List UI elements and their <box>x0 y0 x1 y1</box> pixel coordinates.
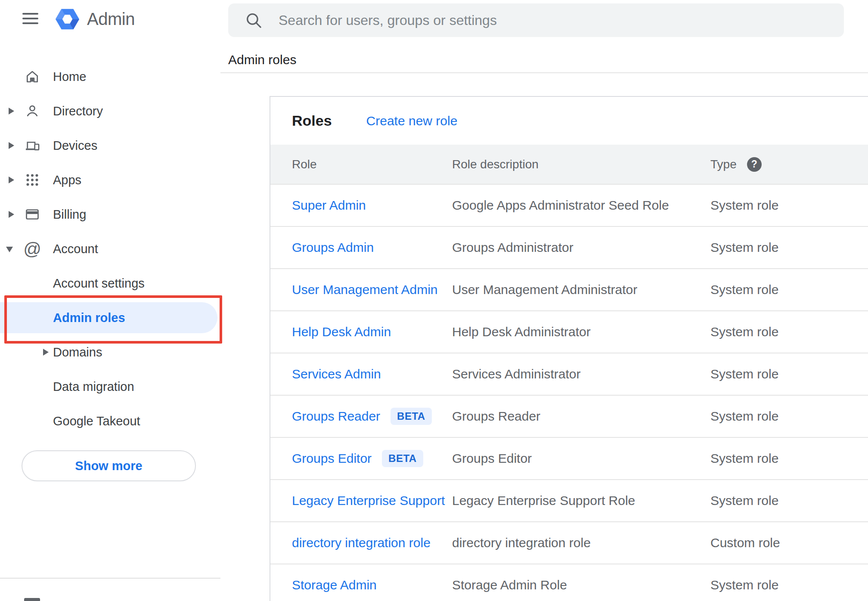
home-icon <box>24 68 40 85</box>
at-icon: @ <box>24 241 40 257</box>
role-link[interactable]: Groups Reader <box>292 409 380 424</box>
sidebar-item-label: Apps <box>53 173 81 187</box>
cutoff-sidebar-icon <box>24 598 40 601</box>
role-description: Groups Reader <box>452 409 710 424</box>
role-type: System role <box>710 198 868 213</box>
chevron-right-icon[interactable] <box>43 349 49 356</box>
table-row: Groups AdminGroups AdministratorSystem r… <box>270 227 868 269</box>
table-row: Groups ReaderBETAGroups ReaderSystem rol… <box>270 396 868 438</box>
sidebar-item-label: Account <box>53 242 98 256</box>
sidebar-item-admin-roles[interactable]: Admin roles <box>0 300 220 335</box>
role-type: System role <box>710 451 868 466</box>
sidebar-item-apps[interactable]: Apps <box>0 163 220 197</box>
apps-icon <box>24 172 40 188</box>
sidebar-item-account-settings[interactable]: Account settings <box>0 266 220 300</box>
role-description: Groups Editor <box>452 451 710 466</box>
sidebar-item-label: Directory <box>53 104 103 118</box>
breadcrumb: Admin roles <box>228 53 296 67</box>
col-header-description: Role description <box>452 158 710 171</box>
col-header-role: Role <box>292 158 452 171</box>
chevron-right-icon[interactable] <box>9 211 14 218</box>
sidebar-item-home[interactable]: Home <box>0 59 220 94</box>
content-divider <box>220 72 868 73</box>
role-description: Legacy Enterprise Support Role <box>452 493 710 508</box>
role-link[interactable]: directory integration role <box>292 536 431 550</box>
sidebar-item-label: Account settings <box>53 276 145 291</box>
role-description: User Management Administrator <box>452 282 710 297</box>
role-link[interactable]: Groups Editor <box>292 451 372 466</box>
panel-title: Roles <box>292 112 332 129</box>
role-link[interactable]: Storage Admin <box>292 578 377 592</box>
role-description: Google Apps Administrator Seed Role <box>452 198 710 213</box>
sidebar-item-google-takeout[interactable]: Google Takeout <box>0 404 220 438</box>
hamburger-bar <box>22 18 38 19</box>
table-row: Help Desk AdminHelp Desk AdministratorSy… <box>270 311 868 353</box>
sidebar-divider <box>0 578 220 579</box>
role-type: System role <box>710 578 868 592</box>
help-icon[interactable]: ? <box>747 157 762 172</box>
role-link[interactable]: Services Admin <box>292 367 381 381</box>
role-link[interactable]: Help Desk Admin <box>292 325 391 339</box>
create-new-role-link[interactable]: Create new role <box>366 114 458 128</box>
admin-hexagon-icon <box>55 7 80 31</box>
hamburger-menu-icon[interactable] <box>22 13 38 24</box>
sidebar-item-data-migration[interactable]: Data migration <box>0 369 220 404</box>
table-row: Storage AdminStorage Admin RoleSystem ro… <box>270 564 868 601</box>
role-type: System role <box>710 282 868 297</box>
roles-table-body: Super AdminGoogle Apps Administrator See… <box>270 185 868 601</box>
sidebar-item-label: Billing <box>53 208 86 222</box>
chevron-down-icon[interactable] <box>6 247 13 252</box>
roles-card-header: Roles Create new role <box>270 97 868 145</box>
roles-card: Roles Create new role Role Role descript… <box>270 96 868 601</box>
table-row: Services AdminServices AdministratorSyst… <box>270 353 868 396</box>
col-header-type-label: Type <box>710 158 737 171</box>
role-description: Help Desk Administrator <box>452 325 710 339</box>
sidebar-item-billing[interactable]: Billing <box>0 197 220 232</box>
table-row: Legacy Enterprise SupportLegacy Enterpri… <box>270 480 868 522</box>
sidebar-item-label: Data migration <box>53 380 134 394</box>
col-header-type: Type ? <box>710 157 868 172</box>
admin-logo[interactable]: Admin <box>55 7 135 31</box>
sidebar-item-account[interactable]: @Account <box>0 232 220 266</box>
devices-icon <box>24 137 40 154</box>
sidebar-item-devices[interactable]: Devices <box>0 128 220 163</box>
beta-badge: BETA <box>382 450 423 467</box>
search-icon <box>245 11 263 29</box>
person-icon <box>24 103 40 119</box>
chevron-right-icon[interactable] <box>9 142 14 149</box>
admin-console-screen: Admin HomeDirectoryDevicesAppsBilling@Ac… <box>0 0 868 601</box>
search-input[interactable] <box>279 3 830 37</box>
sidebar-item-label: Domains <box>53 345 102 359</box>
chevron-right-icon[interactable] <box>9 177 14 183</box>
sidebar-item-directory[interactable]: Directory <box>0 94 220 128</box>
sidebar-item-label: Google Takeout <box>53 414 140 428</box>
app-title: Admin <box>87 9 135 29</box>
role-link[interactable]: Legacy Enterprise Support <box>292 493 445 508</box>
table-row: directory integration roledirectory inte… <box>270 522 868 564</box>
sidebar-item-label: Home <box>53 70 86 84</box>
role-type: System role <box>710 367 868 381</box>
table-row: Super AdminGoogle Apps Administrator See… <box>270 185 868 227</box>
role-type: System role <box>710 240 868 255</box>
role-description: Storage Admin Role <box>452 578 710 592</box>
card-icon <box>24 206 40 223</box>
search-bar[interactable] <box>228 3 844 37</box>
role-link[interactable]: Super Admin <box>292 198 366 213</box>
beta-badge: BETA <box>391 408 432 425</box>
sidebar-item-label: Admin roles <box>53 311 125 325</box>
table-row: User Management AdminUser Management Adm… <box>270 269 868 311</box>
table-header-row: Role Role description Type ? <box>270 145 868 185</box>
role-description: Services Administrator <box>452 367 710 381</box>
hamburger-bar <box>22 13 38 15</box>
table-row: Groups EditorBETAGroups EditorSystem rol… <box>270 438 868 480</box>
role-type: System role <box>710 325 868 339</box>
role-type: Custom role <box>710 536 868 550</box>
sidebar-item-label: Devices <box>53 139 97 153</box>
role-link[interactable]: Groups Admin <box>292 240 374 255</box>
sidebar-item-domains[interactable]: Domains <box>0 335 220 369</box>
chevron-right-icon[interactable] <box>9 108 14 115</box>
role-link[interactable]: User Management Admin <box>292 282 438 297</box>
role-type: System role <box>710 409 868 424</box>
show-more-button[interactable]: Show more <box>22 450 196 481</box>
role-description: Groups Administrator <box>452 240 710 255</box>
